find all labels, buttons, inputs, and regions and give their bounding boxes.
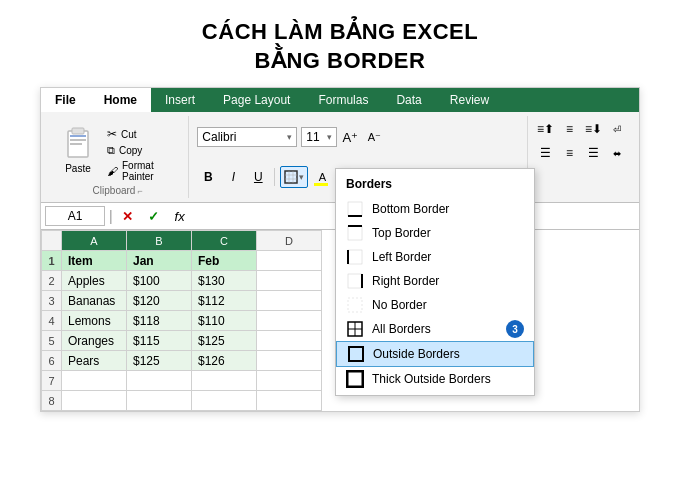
tab-file[interactable]: File	[41, 88, 90, 112]
col-header-a[interactable]: A	[62, 231, 127, 251]
svg-rect-1	[72, 128, 84, 134]
cell-b2[interactable]: $100	[127, 271, 192, 291]
cell-a8[interactable]	[62, 391, 127, 411]
align-left-button[interactable]: ☰	[534, 142, 556, 164]
decrease-font-size-button[interactable]: A⁻	[363, 126, 385, 148]
cell-c4[interactable]: $110	[192, 311, 257, 331]
all-borders-item[interactable]: All Borders 3	[336, 317, 534, 341]
tab-insert[interactable]: Insert	[151, 88, 209, 112]
cell-d6[interactable]	[257, 351, 322, 371]
bottom-border-item[interactable]: Bottom Border	[336, 197, 534, 221]
cell-a5[interactable]: Oranges	[62, 331, 127, 351]
cell-a7[interactable]	[62, 371, 127, 391]
cell-c3[interactable]: $112	[192, 291, 257, 311]
confirm-formula-button[interactable]: ✓	[143, 205, 165, 227]
align-bottom-button[interactable]: ≡⬇	[582, 118, 604, 140]
spreadsheet-table: A B C D 1 Item Jan Feb 2 Apples	[41, 230, 322, 411]
tab-home[interactable]: Home	[90, 88, 151, 112]
cell-reference-box[interactable]: A1	[45, 206, 105, 226]
table-row: 4 Lemons $118 $110	[42, 311, 322, 331]
tab-data[interactable]: Data	[382, 88, 435, 112]
table-row: 6 Pears $125 $126	[42, 351, 322, 371]
underline-button[interactable]: U	[247, 166, 269, 188]
tab-formulas[interactable]: Formulas	[304, 88, 382, 112]
col-header-d[interactable]: D	[257, 231, 322, 251]
cell-d8[interactable]	[257, 391, 322, 411]
cell-b3[interactable]: $120	[127, 291, 192, 311]
cut-button[interactable]: ✂ Cut	[105, 126, 180, 142]
align-right-button[interactable]: ☰	[582, 142, 604, 164]
cell-b1[interactable]: Jan	[127, 251, 192, 271]
cell-c8[interactable]	[192, 391, 257, 411]
cell-c6[interactable]: $126	[192, 351, 257, 371]
cell-d4[interactable]	[257, 311, 322, 331]
font-name-dropdown-arrow: ▾	[287, 132, 292, 142]
outside-borders-item[interactable]: Outside Borders	[336, 341, 534, 367]
wrap-text-button[interactable]: ⏎	[606, 118, 628, 140]
font-name-select[interactable]: Calibri ▾	[197, 127, 297, 147]
increase-font-size-button[interactable]: A⁺	[339, 126, 361, 148]
align-top-button[interactable]: ≡⬆	[534, 118, 556, 140]
cell-d5[interactable]	[257, 331, 322, 351]
copy-button[interactable]: ⧉ Copy	[105, 143, 180, 158]
merge-center-button[interactable]: ⬌	[606, 142, 628, 164]
cell-d3[interactable]	[257, 291, 322, 311]
paste-button[interactable]: Paste	[55, 122, 101, 179]
cell-c5[interactable]: $125	[192, 331, 257, 351]
table-row: 1 Item Jan Feb	[42, 251, 322, 271]
col-header-c[interactable]: C	[192, 231, 257, 251]
right-border-item[interactable]: Right Border	[336, 269, 534, 293]
thick-outside-borders-item[interactable]: Thick Outside Borders	[336, 367, 534, 391]
paint-brush-icon: 🖌	[107, 165, 118, 177]
row-header-4: 4	[42, 311, 62, 331]
table-row: 3 Bananas $120 $112	[42, 291, 322, 311]
cell-b7[interactable]	[127, 371, 192, 391]
cell-b6[interactable]: $125	[127, 351, 192, 371]
borders-dropdown-arrow[interactable]: ▾	[299, 172, 304, 182]
format-painter-label: Format Painter	[122, 160, 178, 182]
top-border-item[interactable]: Top Border	[336, 221, 534, 245]
alignment-group: ≡⬆ ≡ ≡⬇ ⏎ ☰ ≡ ☰ ⬌	[530, 116, 633, 198]
dialog-launcher-icon[interactable]: ⌐	[137, 186, 142, 196]
table-row: 2 Apples $100 $130	[42, 271, 322, 291]
borders-button[interactable]: ▾	[280, 166, 308, 188]
cell-d2[interactable]	[257, 271, 322, 291]
cell-a6[interactable]: Pears	[62, 351, 127, 371]
cell-a4[interactable]: Lemons	[62, 311, 127, 331]
cell-a3[interactable]: Bananas	[62, 291, 127, 311]
cell-c7[interactable]	[192, 371, 257, 391]
page-title: CÁCH LÀM BẢNG EXCEL BẰNG BORDER	[0, 0, 680, 87]
svg-rect-4	[70, 143, 82, 145]
format-painter-button[interactable]: 🖌 Format Painter	[105, 159, 180, 183]
cell-b8[interactable]	[127, 391, 192, 411]
left-border-item[interactable]: Left Border	[336, 245, 534, 269]
svg-rect-16	[348, 274, 362, 288]
cell-c2[interactable]: $130	[192, 271, 257, 291]
tab-review[interactable]: Review	[436, 88, 503, 112]
cell-b4[interactable]: $118	[127, 311, 192, 331]
bold-button[interactable]: B	[197, 166, 219, 188]
table-row: 8	[42, 391, 322, 411]
svg-rect-3	[70, 139, 86, 141]
svg-rect-18	[348, 298, 362, 312]
svg-rect-14	[348, 250, 362, 264]
cell-d1[interactable]	[257, 251, 322, 271]
no-border-item[interactable]: No Border	[336, 293, 534, 317]
tab-pagelayout[interactable]: Page Layout	[209, 88, 304, 112]
italic-button[interactable]: I	[222, 166, 244, 188]
outside-borders-icon	[347, 345, 365, 363]
cell-b5[interactable]: $115	[127, 331, 192, 351]
align-middle-button[interactable]: ≡	[558, 118, 580, 140]
font-size-select[interactable]: 11 ▾	[301, 127, 337, 147]
cell-d7[interactable]	[257, 371, 322, 391]
cell-c1[interactable]: Feb	[192, 251, 257, 271]
left-border-icon	[346, 248, 364, 266]
insert-function-button[interactable]: fx	[169, 205, 191, 227]
cell-a1[interactable]: Item	[62, 251, 127, 271]
cell-a2[interactable]: Apples	[62, 271, 127, 291]
cancel-formula-button[interactable]: ✕	[117, 205, 139, 227]
col-header-b[interactable]: B	[127, 231, 192, 251]
align-center-button[interactable]: ≡	[558, 142, 580, 164]
right-border-icon	[346, 272, 364, 290]
fill-color-button[interactable]: A	[311, 166, 333, 188]
